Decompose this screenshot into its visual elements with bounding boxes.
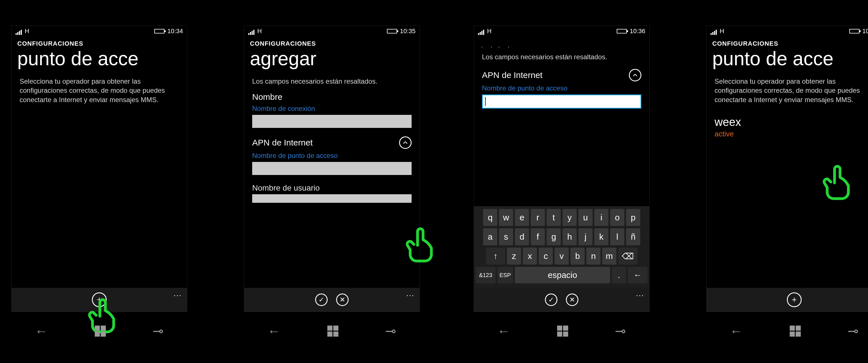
key-j[interactable]: j bbox=[578, 228, 593, 245]
shift-key[interactable]: ↑ bbox=[486, 248, 505, 265]
key-a[interactable]: a bbox=[483, 228, 497, 245]
plus-icon: + bbox=[97, 295, 102, 305]
screen-1: H 10:34 CONFIGURACIONES punto de acce Se… bbox=[11, 26, 187, 312]
add-button[interactable]: + bbox=[787, 292, 802, 307]
key-l[interactable]: l bbox=[610, 228, 624, 245]
language-key[interactable]: ESP bbox=[497, 267, 513, 283]
apn-input[interactable] bbox=[482, 94, 641, 109]
key-u[interactable]: u bbox=[578, 209, 593, 226]
key-h[interactable]: h bbox=[562, 228, 577, 245]
key-t[interactable]: t bbox=[547, 209, 561, 226]
key-s[interactable]: s bbox=[499, 228, 513, 245]
back-icon[interactable]: ← bbox=[497, 323, 510, 339]
home-icon[interactable] bbox=[327, 326, 338, 337]
on-screen-keyboard: qwertyuiop asdfghjklñ ↑ zxcvbnm⌫ &123 ES… bbox=[474, 205, 649, 288]
name-field-label: Nombre de conexión bbox=[244, 103, 420, 115]
key-g[interactable]: g bbox=[547, 228, 561, 245]
key-w[interactable]: w bbox=[499, 209, 513, 226]
search-icon[interactable]: ⊸ bbox=[153, 323, 164, 339]
backspace-key[interactable]: ⌫ bbox=[618, 248, 638, 265]
network-type: H bbox=[25, 28, 29, 35]
battery-icon bbox=[617, 29, 627, 33]
battery-icon bbox=[849, 29, 860, 33]
app-bar: ✓ ✕ ··· bbox=[244, 288, 420, 312]
username-label: Nombre de usuario bbox=[244, 175, 420, 194]
key-x[interactable]: x bbox=[523, 248, 537, 265]
battery-icon bbox=[387, 29, 397, 33]
key-o[interactable]: o bbox=[610, 209, 624, 226]
username-input[interactable] bbox=[252, 194, 411, 203]
connection-name-input[interactable] bbox=[252, 115, 411, 128]
more-button[interactable]: ··· bbox=[636, 291, 644, 300]
apn-field-label: Nombre de punto de acceso bbox=[244, 150, 420, 162]
clock: 10:34 bbox=[862, 28, 868, 35]
cancel-button[interactable]: ✕ bbox=[566, 294, 578, 306]
confirm-button[interactable]: ✓ bbox=[315, 294, 328, 306]
space-key[interactable]: espacio bbox=[515, 267, 610, 283]
key-e[interactable]: e bbox=[515, 209, 529, 226]
confirm-button[interactable]: ✓ bbox=[545, 294, 557, 306]
check-icon: ✓ bbox=[318, 296, 324, 304]
chevron-up-icon bbox=[632, 72, 638, 78]
search-icon[interactable]: ⊸ bbox=[847, 323, 859, 339]
more-button[interactable]: ··· bbox=[174, 291, 182, 300]
search-icon[interactable]: ⊸ bbox=[385, 323, 396, 339]
collapse-button[interactable] bbox=[629, 69, 641, 81]
add-button[interactable]: + bbox=[92, 292, 107, 307]
apn-item-status: active bbox=[707, 129, 868, 139]
page-title: agregar bbox=[244, 47, 420, 72]
key-r[interactable]: r bbox=[531, 209, 545, 226]
close-icon: ✕ bbox=[340, 296, 345, 304]
apn-item[interactable]: weex bbox=[707, 104, 868, 129]
key-f[interactable]: f bbox=[531, 228, 545, 245]
text-cursor bbox=[485, 97, 486, 106]
screen-2: H 10:35 CONFIGURACIONES agregar Los camp… bbox=[244, 26, 420, 312]
key-v[interactable]: v bbox=[555, 248, 569, 265]
search-icon[interactable]: ⊸ bbox=[615, 323, 626, 339]
close-icon: ✕ bbox=[569, 296, 575, 304]
numeric-key[interactable]: &123 bbox=[476, 267, 496, 283]
app-bar: + ··· bbox=[707, 288, 868, 312]
collapse-button[interactable] bbox=[399, 136, 411, 149]
page-title: punto de acce bbox=[12, 47, 187, 72]
key-b[interactable]: b bbox=[570, 248, 585, 265]
key-n[interactable]: n bbox=[586, 248, 600, 265]
network-type: H bbox=[257, 28, 262, 35]
key-m[interactable]: m bbox=[602, 248, 616, 265]
key-ñ[interactable]: ñ bbox=[626, 228, 640, 245]
clock: 10:36 bbox=[630, 28, 645, 35]
key-c[interactable]: c bbox=[539, 248, 553, 265]
signal-icon bbox=[248, 30, 254, 35]
cancel-button[interactable]: ✕ bbox=[336, 294, 349, 306]
apn-input[interactable] bbox=[252, 162, 411, 175]
back-icon[interactable]: ← bbox=[35, 323, 48, 339]
back-icon[interactable]: ← bbox=[730, 323, 743, 339]
period-key[interactable]: . bbox=[612, 267, 626, 283]
page-description: Selecciona tu operador para obtener las … bbox=[12, 72, 187, 104]
apn-section-label: APN de Internet bbox=[252, 138, 313, 147]
signal-icon bbox=[711, 30, 717, 35]
key-z[interactable]: z bbox=[507, 248, 521, 265]
enter-key[interactable]: ← bbox=[628, 267, 648, 283]
header-category: CONFIGURACIONES bbox=[707, 36, 868, 47]
page-title: punto de acce bbox=[707, 47, 868, 72]
key-k[interactable]: k bbox=[594, 228, 609, 245]
more-button[interactable]: ··· bbox=[406, 291, 414, 300]
home-icon[interactable] bbox=[95, 326, 106, 337]
system-navbar: ← ⊸ bbox=[11, 323, 187, 339]
clock: 10:34 bbox=[167, 28, 183, 35]
app-bar: ✓ ✕ ··· bbox=[474, 288, 649, 312]
key-p[interactable]: p bbox=[626, 209, 640, 226]
key-q[interactable]: q bbox=[483, 209, 497, 226]
key-d[interactable]: d bbox=[515, 228, 529, 245]
system-navbar: ← ⊸ bbox=[244, 323, 420, 339]
app-bar: + ··· bbox=[12, 288, 187, 312]
system-navbar: ← ⊸ bbox=[474, 323, 650, 339]
back-icon[interactable]: ← bbox=[268, 323, 281, 339]
truncated-title: ◡◡ bbox=[474, 36, 649, 47]
home-icon[interactable] bbox=[790, 326, 801, 337]
status-bar: H 10:34 bbox=[12, 26, 187, 36]
key-i[interactable]: i bbox=[594, 209, 609, 226]
key-y[interactable]: y bbox=[562, 209, 577, 226]
home-icon[interactable] bbox=[557, 326, 568, 337]
